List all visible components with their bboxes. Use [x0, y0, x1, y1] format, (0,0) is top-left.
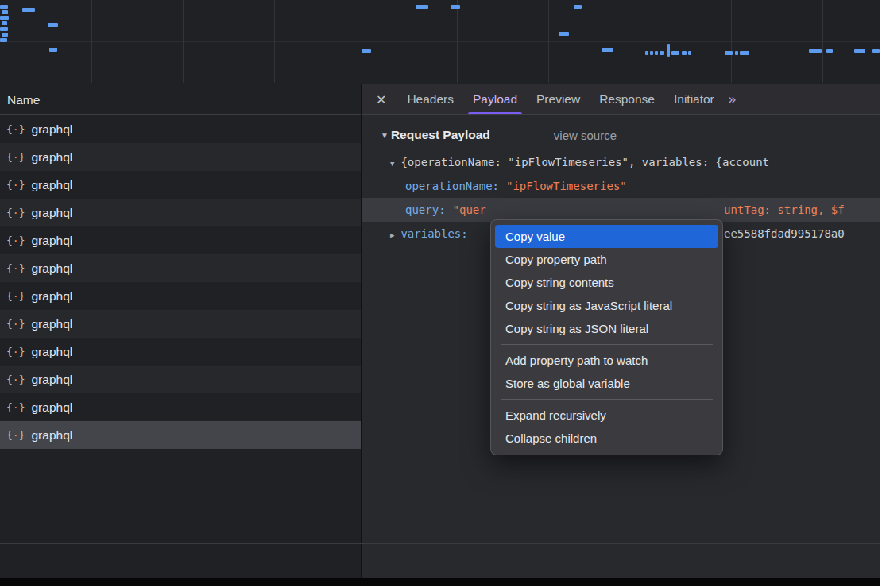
network-request-row[interactable]: {·}graphql: [0, 115, 361, 143]
json-braces-icon: {·}: [6, 234, 25, 246]
network-request-row[interactable]: {·}graphql: [0, 282, 361, 310]
section-collapse-arrow-icon[interactable]: ▼: [381, 131, 389, 140]
tree-line-query[interactable]: query:"queruntTag: string, $f: [362, 198, 880, 222]
detail-tab-bar: ✕ HeadersPayloadPreviewResponseInitiator…: [362, 84, 880, 115]
main-split: Name {·}graphql{·}graphql{·}graphql{·}gr…: [0, 84, 880, 578]
network-request-row[interactable]: {·}graphql: [0, 366, 361, 393]
request-name: graphql: [31, 289, 72, 304]
tab-response[interactable]: Response: [590, 84, 664, 114]
timeline-bar: [362, 49, 371, 53]
json-braces-icon: {·}: [6, 318, 25, 330]
timeline-bar: [872, 49, 880, 53]
request-name: graphql: [31, 150, 72, 164]
tab-headers[interactable]: Headers: [397, 84, 463, 114]
menu-item-add-property-path-to-watch[interactable]: Add property path to watch: [495, 349, 718, 372]
tab-initiator[interactable]: Initiator: [664, 84, 724, 114]
view-source-link[interactable]: view source: [554, 129, 617, 142]
menu-item-copy-string-as-json-literal[interactable]: Copy string as JSON literal: [495, 317, 718, 340]
operation-name-value: "ipFlowTimeseries": [506, 180, 627, 192]
json-braces-icon: {·}: [6, 207, 25, 219]
menu-item-copy-property-path[interactable]: Copy property path: [495, 248, 718, 271]
more-tabs-icon[interactable]: »: [729, 91, 736, 107]
menu-item-collapse-children[interactable]: Collapse children: [495, 427, 718, 450]
network-request-row[interactable]: {·}graphql: [0, 199, 361, 226]
request-rows: {·}graphql{·}graphql{·}graphql{·}graphql…: [0, 115, 361, 449]
devtools-window: Name {·}graphql{·}graphql{·}graphql{·}gr…: [0, 0, 880, 586]
variables-preview-end: ee5588fdad995178a0: [724, 222, 845, 246]
menu-item-store-as-global-variable[interactable]: Store as global variable: [495, 372, 718, 395]
expanded-arrow-icon[interactable]: ▼: [390, 152, 394, 174]
request-name: graphql: [31, 428, 72, 443]
footer-divider: [0, 543, 880, 544]
network-overview[interactable]: [0, 0, 880, 83]
network-request-row[interactable]: {·}graphql: [0, 171, 361, 199]
overview-gridline: [640, 0, 640, 83]
context-menu: Copy valueCopy property pathCopy string …: [490, 219, 723, 455]
overview-gridline: [822, 0, 823, 83]
tree-line-operation-name[interactable]: operationName:"ipFlowTimeseries": [362, 174, 880, 198]
json-braces-icon: {·}: [6, 262, 25, 274]
timeline-bar: [559, 32, 569, 36]
request-payload-section[interactable]: ▼ Request Payload view source: [381, 128, 880, 142]
network-request-row[interactable]: {·}graphql: [0, 143, 361, 171]
timeline-bar: [688, 51, 691, 55]
request-name: graphql: [31, 373, 72, 387]
network-request-row[interactable]: {·}graphql: [0, 254, 361, 282]
timeline-bar: [660, 51, 664, 55]
timeline-bar: [671, 51, 679, 55]
network-request-row[interactable]: {·}graphql: [0, 421, 361, 449]
timeline-bar: [655, 51, 658, 55]
menu-separator: [501, 399, 713, 400]
collapsed-arrow-icon[interactable]: ▶: [390, 223, 394, 246]
overview-gridline: [731, 0, 732, 83]
network-request-row[interactable]: {·}graphql: [0, 393, 361, 421]
section-title: Request Payload: [391, 128, 490, 142]
timeline-bar: [0, 38, 7, 42]
timeline-bar: [740, 51, 749, 55]
close-icon[interactable]: ✕: [362, 92, 397, 107]
overview-gridline: [548, 0, 549, 83]
menu-item-copy-string-as-javascript-literal[interactable]: Copy string as JavaScript literal: [495, 294, 718, 317]
overview-gridline: [457, 0, 458, 83]
timeline-bar: [48, 23, 58, 27]
timeline-bar: [809, 49, 822, 53]
operation-name-key: operationName:: [405, 180, 499, 192]
menu-item-copy-value[interactable]: Copy value: [495, 225, 718, 248]
timeline-bar: [416, 5, 428, 9]
request-name: graphql: [31, 317, 72, 331]
request-name: graphql: [31, 261, 72, 276]
request-name: graphql: [31, 206, 72, 220]
overview-centerline: [0, 41, 880, 42]
name-column-header[interactable]: Name: [0, 84, 361, 115]
tab-payload[interactable]: Payload: [463, 84, 527, 114]
timeline-bar: [854, 49, 865, 53]
json-braces-icon: {·}: [6, 429, 25, 441]
query-key: query:: [405, 203, 446, 216]
query-value-start: "quer: [453, 203, 486, 216]
menu-item-copy-string-contents[interactable]: Copy string contents: [495, 271, 718, 294]
menu-item-expand-recursively[interactable]: Expand recursively: [495, 404, 718, 427]
network-request-row[interactable]: {·}graphql: [0, 226, 361, 254]
tab-preview[interactable]: Preview: [527, 84, 590, 114]
bottom-bar: [0, 578, 880, 586]
request-name: graphql: [31, 400, 72, 415]
timeline-bar: [2, 33, 8, 37]
network-request-row[interactable]: {·}graphql: [0, 310, 361, 338]
overview-gridline: [183, 0, 184, 83]
tree-root-line[interactable]: ▼{operationName: "ipFlowTimeseries", var…: [362, 150, 880, 174]
overview-gridline: [366, 0, 366, 83]
timeline-bar: [0, 5, 8, 9]
json-braces-icon: {·}: [6, 151, 25, 163]
timeline-bar: [645, 51, 648, 55]
network-request-row[interactable]: {·}graphql: [0, 338, 361, 366]
request-name: graphql: [31, 234, 72, 248]
json-braces-icon: {·}: [6, 346, 25, 358]
timeline-bar: [682, 51, 687, 55]
timeline-bar: [22, 8, 35, 12]
json-braces-icon: {·}: [6, 401, 25, 413]
json-braces-icon: {·}: [6, 179, 25, 191]
timeline-bar: [0, 16, 9, 20]
timeline-bar: [574, 5, 582, 9]
json-braces-icon: {·}: [6, 373, 25, 385]
timeline-bar: [735, 51, 738, 55]
